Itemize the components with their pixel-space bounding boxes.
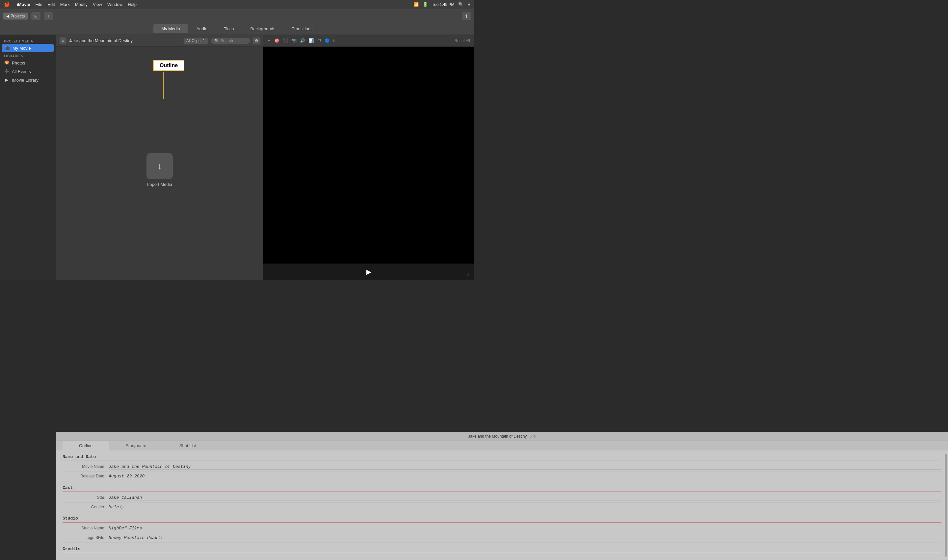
selector-chevron-icon: ⌃ — [202, 38, 205, 43]
download-arrow-icon: ↓ — [48, 14, 49, 18]
camera-icon[interactable]: 📷 — [291, 38, 297, 43]
menu-file[interactable]: File — [35, 2, 42, 7]
apple-menu[interactable]: 🍎 — [4, 2, 10, 8]
sidebar: PROJECT MEDIA 🎬 My Movie LIBRARIES 🌄 Pho… — [0, 35, 56, 280]
menu-edit[interactable]: Edit — [48, 2, 55, 7]
browser-area: ≡ Jake and the Mountain of Destiny All C… — [56, 35, 264, 280]
stabilize-icon[interactable]: 🎯 — [274, 38, 279, 43]
menu-bar: 🍎 iMovie File Edit Mark Modify View Wind… — [0, 0, 474, 9]
reset-all-button[interactable]: Reset All — [455, 38, 470, 43]
crop-tools-icon[interactable]: ✂ — [267, 38, 271, 43]
wifi-icon: 📶 — [413, 2, 419, 7]
all-clips-label: All Clips — [186, 38, 200, 43]
sidebar-item-all-events[interactable]: ➕ All Events — [0, 67, 55, 76]
import-button[interactable]: ↓ — [43, 12, 53, 20]
browser-header: ≡ Jake and the Mountain of Destiny All C… — [56, 35, 264, 47]
preview-area: ✂ 🎯 ⬛ 📷 🔊 📊 ⏱ 🔵 ℹ Reset All ▶ ⤢ — [264, 35, 474, 280]
bar-chart-icon[interactable]: 📊 — [308, 38, 314, 43]
import-media-label: Import Media — [147, 182, 172, 187]
outline-tooltip: Outline — [153, 60, 184, 71]
control-center-icon[interactable]: ≡ — [467, 2, 470, 7]
grid-icon: ⊞ — [34, 14, 37, 18]
import-arrow-icon: ↓ — [157, 161, 162, 171]
menu-mark[interactable]: Mark — [60, 2, 70, 7]
battery-icon: 🔋 — [422, 2, 428, 7]
menu-bar-right: 📶 🔋 Tue 1:49 PM 🔍 ≡ — [413, 2, 470, 7]
sidebar-item-imovie-library[interactable]: ▶ iMovie Library — [0, 76, 55, 84]
projects-button[interactable]: ◀ Projects — [3, 12, 28, 20]
all-events-label: All Events — [12, 69, 31, 74]
media-tab-bar: My Media Audio Titles Backgrounds Transi… — [0, 23, 474, 35]
libraries-label: LIBRARIES — [0, 52, 55, 58]
grid-view-button[interactable]: ⊞ — [31, 12, 41, 20]
movie-icon: 🎬 — [5, 45, 10, 51]
tab-transitions[interactable]: Transitions — [284, 25, 320, 33]
tab-my-media[interactable]: My Media — [153, 25, 188, 33]
project-media-label: PROJECT MEDIA — [0, 37, 55, 44]
imovie-library-label: iMovie Library — [12, 78, 39, 83]
browser-project-title: Jake and the Mountain of Destiny — [69, 38, 181, 43]
import-media-button[interactable]: ↓ — [146, 153, 173, 179]
browser-content: Outline ↓ Import Media — [56, 47, 264, 280]
toolbar: ◀ Projects ⊞ ↓ ⬆ — [0, 9, 474, 23]
preview-toolbar: ✂ 🎯 ⬛ 📷 🔊 📊 ⏱ 🔵 ℹ Reset All — [264, 35, 474, 47]
preview-video: ▶ ⤢ — [264, 47, 474, 280]
clip-selector[interactable]: All Clips ⌃ — [183, 37, 208, 44]
library-triangle-icon: ▶ — [4, 77, 9, 83]
menu-view[interactable]: View — [93, 2, 102, 7]
preview-controls: ▶ ⤢ — [264, 263, 474, 280]
share-button[interactable]: ⬆ — [461, 12, 472, 20]
app-name[interactable]: iMovie — [17, 2, 30, 7]
fullscreen-icon[interactable]: ⤢ — [466, 272, 470, 277]
all-events-icon: ➕ — [4, 69, 9, 74]
sidebar-item-my-movie[interactable]: 🎬 My Movie — [2, 44, 54, 52]
search-menubar-icon[interactable]: 🔍 — [458, 2, 464, 7]
clock: Tue 1:49 PM — [432, 2, 454, 7]
search-icon: 🔍 — [214, 38, 219, 43]
photos-icon: 🌄 — [4, 60, 9, 66]
main-layout: PROJECT MEDIA 🎬 My Movie LIBRARIES 🌄 Pho… — [0, 35, 474, 280]
tab-audio[interactable]: Audio — [189, 25, 215, 33]
volume-icon[interactable]: 🔊 — [300, 38, 305, 43]
menu-window[interactable]: Window — [107, 2, 122, 7]
outline-connector-line — [163, 72, 163, 99]
outline-tooltip-text: Outline — [160, 63, 178, 68]
my-movie-label: My Movie — [12, 46, 31, 51]
info-icon[interactable]: ℹ — [333, 38, 335, 43]
speed-icon[interactable]: ⏱ — [317, 38, 321, 43]
play-button[interactable]: ▶ — [366, 268, 371, 276]
menu-modify[interactable]: Modify — [75, 2, 88, 7]
filter-icon[interactable]: 🔵 — [325, 38, 330, 43]
sidebar-toggle-button[interactable]: ≡ — [59, 37, 66, 45]
projects-label: Projects — [11, 14, 25, 18]
tab-titles[interactable]: Titles — [216, 25, 242, 33]
trim-icon[interactable]: ⬛ — [283, 38, 288, 43]
search-box[interactable]: 🔍 Search — [211, 37, 250, 44]
share-icon: ⬆ — [464, 14, 469, 19]
menu-help[interactable]: Help — [128, 2, 137, 7]
tab-backgrounds[interactable]: Backgrounds — [243, 25, 284, 33]
chevron-left-icon: ◀ — [6, 14, 9, 18]
search-placeholder: Search — [220, 38, 233, 43]
settings-button[interactable]: ⚙ — [253, 37, 260, 45]
sidebar-item-photos[interactable]: 🌄 Photos — [0, 58, 55, 67]
photos-label: Photos — [12, 60, 25, 66]
